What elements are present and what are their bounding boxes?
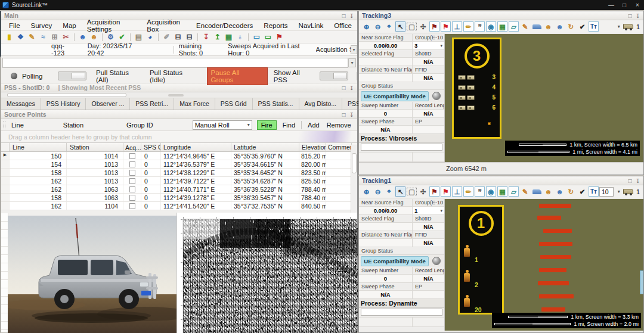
close-button[interactable]: × <box>631 0 644 10</box>
ue-status-led[interactable] <box>432 257 441 265</box>
sheet-icon[interactable]: ▦ <box>224 32 234 42</box>
pull-status-all-button[interactable]: Pull Status (All) <box>96 69 143 83</box>
menu-item[interactable]: Map <box>57 21 81 30</box>
polygon-icon[interactable]: ▱ <box>509 186 519 197</box>
command-input[interactable] <box>2 58 348 68</box>
map-vertical-scrollbar[interactable] <box>640 270 643 294</box>
zoom-out-icon[interactable]: ⊖ <box>373 186 383 197</box>
menu-item[interactable]: Encoder/Decoders <box>191 21 258 30</box>
route-icon[interactable]: ✣ <box>418 186 428 197</box>
power-icon[interactable]: ▮ <box>4 32 14 42</box>
street-view-icon[interactable]: ◉ <box>486 186 496 197</box>
detonator-icon[interactable]: ⊥ <box>452 21 462 32</box>
pin-icon[interactable]: ↧ <box>349 84 354 92</box>
tab-messages[interactable]: Messages <box>1 98 41 110</box>
acq-checkbox[interactable] <box>129 178 135 184</box>
menu-item[interactable]: Acquisition Settings <box>82 17 142 34</box>
gear-icon[interactable]: ⚙ <box>106 32 116 42</box>
pencil-icon[interactable]: ✎ <box>520 21 530 32</box>
table-row[interactable]: ▶ 150 1014 0 112°14'34.9645" E 35°35'35.… <box>1 152 357 160</box>
export-icon[interactable]: ↥ <box>212 32 222 42</box>
pss-horizontal-scrollbar[interactable] <box>1 92 357 98</box>
brush-icon[interactable]: ✏ <box>463 21 473 32</box>
tab-max-force[interactable]: Max Force <box>174 98 215 110</box>
zoom-in-icon[interactable]: ⊕ <box>361 186 371 197</box>
decoder-icon[interactable]: ⊟ <box>184 32 194 42</box>
col-elevation[interactable]: Elevation <box>299 143 326 151</box>
monitor-icon[interactable]: ▭ <box>252 32 262 42</box>
text-style-icon[interactable]: Tт <box>589 21 599 32</box>
zoom-window-icon[interactable]: ⌖ <box>384 21 394 32</box>
encoder-icon[interactable]: ⊟ <box>173 32 183 42</box>
zoom-window-icon[interactable]: ⌖ <box>384 186 394 197</box>
map-layer-icon[interactable]: ▦ <box>497 186 507 197</box>
grip-handle[interactable] <box>4 121 5 129</box>
detonator-icon[interactable]: ⊥ <box>452 186 462 197</box>
comment-icon[interactable]: ❞ <box>475 186 485 197</box>
table-row[interactable]: 162 1063 0 112°14'40.7171" E 35°36'39.52… <box>1 185 357 194</box>
tab-pss-retrieval[interactable]: PSS Retri... <box>130 98 174 110</box>
ue-status-led[interactable] <box>432 92 441 100</box>
fire-button[interactable]: Fire <box>257 120 277 130</box>
pencil-icon[interactable]: ✎ <box>520 186 530 197</box>
remove-button[interactable]: Remove <box>323 120 355 130</box>
user-icon[interactable]: ☻ <box>78 32 88 42</box>
zoom-in-icon[interactable]: ⊕ <box>361 21 371 32</box>
table-row[interactable]: 162 1013 0 112°14'39.7122" E 35°35'34.62… <box>1 177 357 185</box>
chevron-down-icon[interactable]: ▾ <box>618 189 620 194</box>
scrollbar-thumb[interactable] <box>7 93 126 97</box>
pin-icon[interactable]: ↧ <box>636 177 640 185</box>
notebook-icon[interactable]: ▤ <box>134 32 144 42</box>
menu-item[interactable]: Office <box>329 21 357 30</box>
restore-icon[interactable]: □ <box>342 84 346 92</box>
restore-icon[interactable]: □ <box>342 111 346 119</box>
operator-icon[interactable]: ☻ <box>543 21 553 32</box>
menu-item[interactable]: Acquisition Box <box>141 17 191 34</box>
acq-checkbox[interactable] <box>129 186 135 192</box>
car-icon[interactable] <box>531 186 542 197</box>
comment-icon[interactable]: ❞ <box>475 21 485 32</box>
table-row[interactable]: 154 1013 0 112°14'36.5379" E 35°35'34.66… <box>1 160 357 169</box>
car-icon[interactable] <box>531 21 542 32</box>
menu-item[interactable]: NavLink <box>293 21 329 30</box>
refresh-icon[interactable]: ↻ <box>566 186 576 197</box>
pin-icon[interactable]: ↧ <box>349 12 354 20</box>
project-icon[interactable]: ❖ <box>16 32 26 42</box>
polling-toggle[interactable] <box>58 71 86 80</box>
acq-checkbox[interactable] <box>129 170 135 176</box>
marquee-select-icon[interactable]: ▢ <box>407 188 417 195</box>
tracking1-map[interactable]: 1 1 2 <box>445 199 643 331</box>
source-point-marker[interactable] <box>488 122 491 125</box>
polygon-icon[interactable]: ▱ <box>509 21 519 32</box>
minimize-button[interactable]: — <box>605 0 618 10</box>
tab-observer[interactable]: Observer ... <box>86 98 130 110</box>
signal-icon[interactable]: ≈ <box>38 32 48 42</box>
shooter-unit[interactable]: 20 <box>460 290 502 315</box>
col-sps-code[interactable]: SPS Co... <box>141 143 161 151</box>
pull-status-idle-button[interactable]: Pull Status (Idle) <box>150 69 200 83</box>
col-comment[interactable]: Comment <box>326 143 352 151</box>
pin-icon[interactable]: ↧ <box>349 111 354 119</box>
vibrator-unit[interactable]: 4 <box>454 82 500 92</box>
chevron-down-icon[interactable]: ▾ <box>351 45 357 54</box>
vibrator-unit[interactable]: 6 <box>454 102 500 113</box>
restore-icon[interactable]: □ <box>628 12 632 20</box>
map-layer-icon[interactable]: ▦ <box>497 21 507 32</box>
text-style-icon[interactable]: Tт <box>589 186 599 197</box>
pointer-icon[interactable]: ↖ <box>395 186 405 197</box>
process-input[interactable] <box>361 309 442 316</box>
find-button[interactable]: Find <box>279 120 299 130</box>
tab-pss-statistics[interactable]: PSS Statis... <box>253 98 299 110</box>
confirm-icon[interactable]: ✔ <box>577 21 587 32</box>
group-marker-box[interactable]: 3 3 4 <box>452 38 501 139</box>
menu-item[interactable]: File <box>4 21 26 30</box>
ue-compatibility-button[interactable]: UE Compatibility Mode <box>361 91 429 101</box>
drop-pin-icon[interactable]: ⚑ <box>429 186 439 197</box>
splitter-grip[interactable] <box>168 94 184 97</box>
group-marker-box[interactable]: 1 1 2 <box>458 205 504 315</box>
col-acq[interactable]: Acq... <box>123 143 141 151</box>
confirm-icon[interactable]: ✔ <box>577 186 587 197</box>
acq-checkbox[interactable] <box>129 161 135 167</box>
check-icon[interactable]: ✔ <box>117 32 127 42</box>
group-move-icon[interactable]: ☻ <box>555 186 565 197</box>
